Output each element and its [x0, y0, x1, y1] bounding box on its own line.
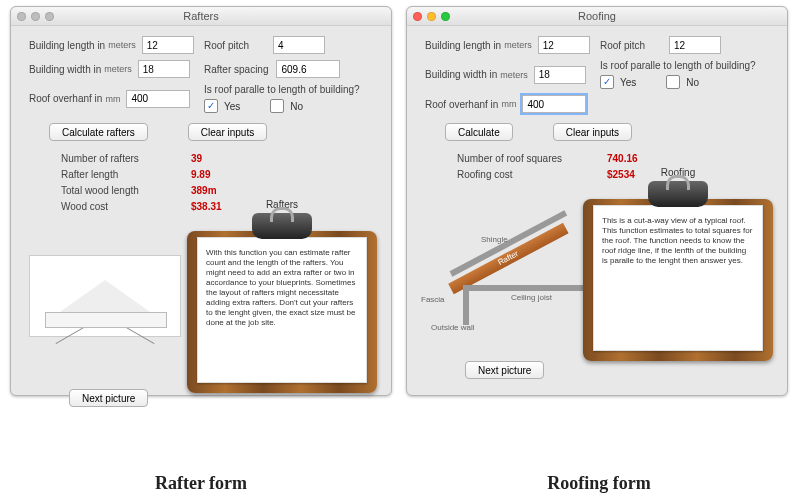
building-width-label: Building width in: [29, 64, 101, 75]
result-label: Wood cost: [61, 201, 191, 212]
window-title: Rafters: [11, 10, 391, 22]
roof-pitch-label: Roof pitch: [204, 40, 249, 51]
outside-wall-label: Outside wall: [431, 323, 475, 332]
roof-pitch-label: Roof pitch: [600, 40, 645, 51]
building-width-unit: meters: [500, 70, 528, 80]
result-value: 39: [191, 153, 202, 164]
building-width-input[interactable]: [138, 60, 190, 78]
roof-pitch-input[interactable]: [669, 36, 721, 54]
result-value: 9.89: [191, 169, 210, 180]
rafter-spacing-label: Rafter spacing: [204, 64, 268, 75]
roof-overhang-input[interactable]: [126, 90, 190, 108]
parallel-question: Is roof paralle to length of building?: [600, 60, 756, 71]
zoom-icon[interactable]: [45, 12, 54, 21]
parallel-question: Is roof paralle to length of building?: [204, 84, 360, 95]
yes-label: Yes: [224, 101, 240, 112]
close-icon[interactable]: [413, 12, 422, 21]
building-length-label: Building length in: [425, 40, 501, 51]
building-length-unit: meters: [504, 40, 532, 50]
clipboard: Rafters With this function you can estim…: [187, 213, 377, 393]
result-label: Total wood length: [61, 185, 191, 196]
building-length-input[interactable]: [538, 36, 590, 54]
result-value: 740.16: [607, 153, 638, 164]
parallel-no-checkbox[interactable]: [270, 99, 284, 113]
yes-label: Yes: [620, 77, 636, 88]
building-length-unit: meters: [108, 40, 136, 50]
minimize-icon[interactable]: [427, 12, 436, 21]
roof-overhang-label: Roof overhanf in: [29, 93, 102, 104]
window-controls: [17, 12, 54, 21]
building-width-unit: meters: [104, 64, 132, 74]
next-picture-button[interactable]: Next picture: [69, 389, 148, 407]
ceiling-joist-label: Ceiling joist: [511, 293, 552, 302]
building-length-input[interactable]: [142, 36, 194, 54]
result-row: Rafter length 9.89: [61, 169, 373, 180]
close-icon[interactable]: [17, 12, 26, 21]
zoom-icon[interactable]: [441, 12, 450, 21]
no-label: No: [686, 77, 699, 88]
roof-overhang-input[interactable]: [522, 95, 586, 113]
no-label: No: [290, 101, 303, 112]
clipboard-text: With this function you can estimate raft…: [197, 237, 367, 383]
calculate-rafters-button[interactable]: Calculate rafters: [49, 123, 148, 141]
building-length-label: Building length in: [29, 40, 105, 51]
roof-overhang-label: Roof overhanf in: [425, 99, 498, 110]
clear-inputs-button[interactable]: Clear inputs: [553, 123, 632, 141]
roof-overhang-unit: mm: [501, 99, 516, 109]
clipboard-clip-icon: [648, 181, 708, 207]
roof-pitch-input[interactable]: [273, 36, 325, 54]
rafter-bar-label: Rafter: [448, 223, 568, 295]
clear-inputs-button[interactable]: Clear inputs: [188, 123, 267, 141]
result-label: Number of rafters: [61, 153, 191, 164]
left-caption: Rafter form: [6, 473, 396, 494]
rafters-window: Rafters Building length in meters Roof p…: [10, 6, 392, 396]
building-width-label: Building width in: [425, 69, 497, 80]
clipboard-text: This is a cut-a-way view of a typical ro…: [593, 205, 763, 351]
minimize-icon[interactable]: [31, 12, 40, 21]
rafter-diagram: [29, 255, 181, 337]
result-value: 389m: [191, 185, 217, 196]
result-row: Number of rafters 39: [61, 153, 373, 164]
result-row: Total wood length 389m: [61, 185, 373, 196]
titlebar[interactable]: Rafters: [11, 7, 391, 26]
result-row: Number of roof squares 740.16: [457, 153, 769, 164]
calculate-button[interactable]: Calculate: [445, 123, 513, 141]
window-controls: [413, 12, 450, 21]
result-label: Number of roof squares: [457, 153, 607, 164]
titlebar[interactable]: Roofing: [407, 7, 787, 26]
clipboard: Roofing This is a cut-a-way view of a ty…: [583, 181, 773, 361]
result-label: Rafter length: [61, 169, 191, 180]
parallel-no-checkbox[interactable]: [666, 75, 680, 89]
rafter-spacing-input[interactable]: [276, 60, 340, 78]
right-caption: Roofing form: [404, 473, 794, 494]
parallel-yes-checkbox[interactable]: ✓: [204, 99, 218, 113]
roof-cutaway-diagram: Rafter Shingle Ceiling joist Fascia Outs…: [421, 223, 591, 333]
building-width-input[interactable]: [534, 66, 586, 84]
parallel-yes-checkbox[interactable]: ✓: [600, 75, 614, 89]
roofing-window: Roofing Building length in meters Roof p…: [406, 6, 788, 396]
fascia-label: Fascia: [421, 295, 445, 304]
shingle-label: Shingle: [481, 235, 508, 244]
roof-overhang-unit: mm: [105, 94, 120, 104]
next-picture-button[interactable]: Next picture: [465, 361, 544, 379]
clipboard-clip-icon: [252, 213, 312, 239]
window-title: Roofing: [407, 10, 787, 22]
